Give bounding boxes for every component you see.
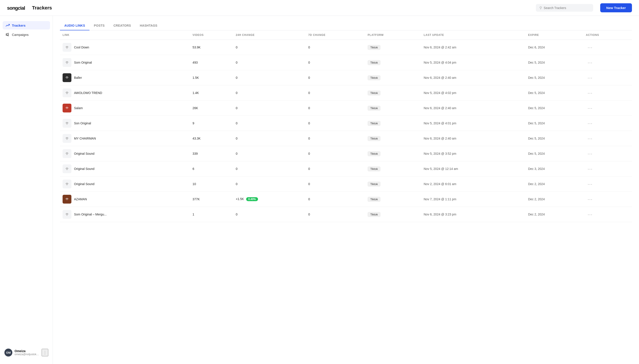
platform-cell: Tiktok xyxy=(365,55,421,70)
last-update-cell: Nov 7, 2024 @ 1:11 pm xyxy=(421,192,526,207)
change-24h-cell: 0 xyxy=(233,207,306,222)
row-actions-button[interactable]: ··· xyxy=(586,166,594,172)
row-actions-button[interactable]: ··· xyxy=(586,150,594,157)
body: Trackers Campaigns OM Omeiza omeiza@notj… xyxy=(0,16,639,364)
platform-badge: Tiktok xyxy=(367,182,380,186)
change-24h-value: 0 xyxy=(236,76,238,80)
sidebar-nav: Trackers Campaigns xyxy=(3,21,50,39)
sidebar-item-label: Trackers xyxy=(12,24,26,27)
videos-cell: 26K xyxy=(190,100,233,116)
change-7d-cell: 0 xyxy=(306,146,365,161)
change-24h-value: 0 xyxy=(236,212,238,216)
actions-cell: ··· xyxy=(583,100,632,116)
row-actions-button[interactable]: ··· xyxy=(586,196,594,203)
col-7d-change: 7D CHANGE xyxy=(306,30,365,40)
actions-cell: ··· xyxy=(583,131,632,146)
expire-cell: Dec 2, 2024 xyxy=(526,192,583,207)
table-row: MY CHAIRMAN 43.3K 0 0 Tiktok Nov 6, 2024… xyxy=(60,131,632,146)
track-thumb xyxy=(63,119,71,128)
track-cell: Original Sound xyxy=(60,176,190,192)
change-24h-value: 0 xyxy=(236,182,238,186)
row-actions-button[interactable]: ··· xyxy=(586,74,594,81)
videos-cell: 1.4K xyxy=(190,86,233,100)
change-badge: 0.40% xyxy=(246,197,258,201)
videos-cell: 43.3K xyxy=(190,131,233,146)
row-actions-button[interactable]: ··· xyxy=(586,105,594,112)
row-actions-button[interactable]: ··· xyxy=(586,90,594,96)
megaphone-icon xyxy=(6,32,10,36)
platform-badge: Tiktok xyxy=(367,121,380,126)
header: songcial Trackers ⚲ New Tracker xyxy=(0,0,639,16)
track-cell: MY CHAIRMAN xyxy=(60,131,190,146)
tab-posts[interactable]: POSTS xyxy=(89,21,109,30)
actions-cell: ··· xyxy=(583,70,632,86)
platform-cell: Tiktok xyxy=(365,116,421,131)
track-name: MY CHAIRMAN xyxy=(74,137,96,140)
track-name: Son Original xyxy=(74,122,91,125)
videos-cell: 9 xyxy=(190,116,233,131)
videos-cell: 6 xyxy=(190,161,233,176)
expire-cell: Dec 3, 2024 xyxy=(526,161,583,176)
platform-cell: Tiktok xyxy=(365,100,421,116)
track-thumb xyxy=(63,164,71,173)
track-name: AZAMAN xyxy=(74,198,87,201)
expire-cell: Dec 5, 2024 xyxy=(526,86,583,100)
track-name: Original Sound xyxy=(74,152,95,155)
expire-cell: Dec 5, 2024 xyxy=(526,70,583,86)
last-update-cell: Nov 5, 2024 @ 3:52 pm xyxy=(421,146,526,161)
actions-cell: ··· xyxy=(583,116,632,131)
svg-point-11 xyxy=(66,198,68,200)
track-cell: AWOLOWO TREND xyxy=(60,86,190,100)
tab-audio-links[interactable]: AUDIO LINKS xyxy=(60,21,89,30)
track-cell: Original Sound xyxy=(60,161,190,176)
track-cell: Son Original xyxy=(60,116,190,131)
track-cell: Cool Down xyxy=(60,40,190,55)
user-email: omeiza@notjustok.c... xyxy=(15,353,40,356)
row-actions-button[interactable]: ··· xyxy=(586,44,594,51)
tab-creators[interactable]: CREATORS xyxy=(109,21,135,30)
table-row: Original Sound 6 0 0 Tiktok Nov 5, 2024 … xyxy=(60,161,632,176)
row-actions-button[interactable]: ··· xyxy=(586,120,594,127)
change-7d-cell: 0 xyxy=(306,55,365,70)
sidebar-item-campaigns[interactable]: Campaigns xyxy=(3,30,50,39)
videos-cell: 377K xyxy=(190,192,233,207)
row-actions-button[interactable]: ··· xyxy=(586,59,594,66)
platform-badge: Tiktok xyxy=(367,212,380,217)
platform-badge: Tiktok xyxy=(367,90,380,96)
change-24h-value: 0 xyxy=(236,167,238,170)
change-24h-value: 0 xyxy=(236,46,238,49)
sidebar-item-trackers[interactable]: Trackers xyxy=(3,21,50,30)
col-24h-change: 24H CHANGE xyxy=(233,30,306,40)
expire-cell: Dec 5, 2024 xyxy=(526,146,583,161)
sidebar-footer: OM Omeiza omeiza@notjustok.c... ⋮ xyxy=(3,346,50,359)
change-24h-cell: 0 xyxy=(233,70,306,86)
change-7d-cell: 0 xyxy=(306,131,365,146)
platform-badge: Tiktok xyxy=(367,45,380,50)
row-actions-button[interactable]: ··· xyxy=(586,211,594,218)
col-last-update: LAST UPDATE xyxy=(421,30,526,40)
user-name: Omeiza xyxy=(15,349,40,353)
change-7d-cell: 0 xyxy=(306,100,365,116)
change-24h-value: 0 xyxy=(236,106,238,110)
platform-cell: Tiktok xyxy=(365,40,421,55)
actions-cell: ··· xyxy=(583,192,632,207)
platform-cell: Tiktok xyxy=(365,176,421,192)
trackers-table: LINK VIDEOS 24H CHANGE 7D CHANGE PLATFOR… xyxy=(60,30,632,222)
track-cell: Baller xyxy=(60,70,190,86)
change-24h-cell: 0 xyxy=(233,116,306,131)
track-name: Original Sound xyxy=(74,167,95,170)
new-tracker-button[interactable]: New Tracker xyxy=(600,3,632,12)
expire-cell: Dec 5, 2024 xyxy=(526,100,583,116)
change-7d-cell: 0 xyxy=(306,161,365,176)
user-more-button[interactable]: ⋮ xyxy=(42,349,48,356)
platform-cell: Tiktok xyxy=(365,207,421,222)
track-cell: Original Sound xyxy=(60,146,190,161)
logo: songcial xyxy=(7,5,25,11)
last-update-cell: Nov 6, 2024 @ 2:40 am xyxy=(421,100,526,116)
row-actions-button[interactable]: ··· xyxy=(586,181,594,188)
row-actions-button[interactable]: ··· xyxy=(586,135,594,142)
actions-cell: ··· xyxy=(583,207,632,222)
tab-hashtags[interactable]: HASHTAGS xyxy=(135,21,162,30)
table-row: Son Original 9 0 0 Tiktok Nov 5, 2024 @ … xyxy=(60,116,632,131)
search-input[interactable] xyxy=(544,6,590,10)
